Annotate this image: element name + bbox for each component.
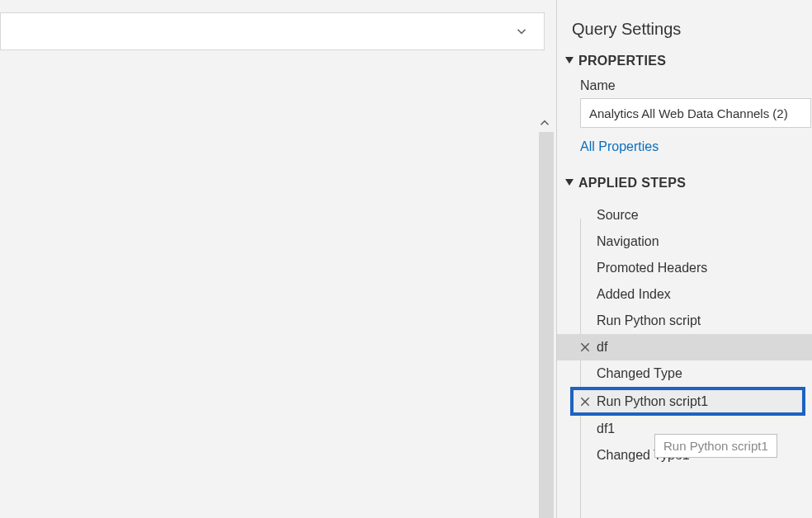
query-settings-panel: Query Settings PROPERTIES Name All Prope… (556, 0, 812, 518)
panel-title: Query Settings (557, 20, 812, 54)
scrollbar-track[interactable] (539, 132, 554, 518)
delete-step-icon[interactable] (578, 341, 592, 354)
step-source[interactable]: Source (557, 202, 812, 228)
applied-steps-list: Source Navigation Promoted Headers Added… (557, 197, 812, 469)
svg-marker-0 (565, 57, 574, 64)
applied-steps-section-title: APPLIED STEPS (578, 176, 686, 191)
step-tooltip: Run Python script1 (654, 434, 777, 458)
step-label: Changed Type (597, 366, 682, 381)
all-properties-link[interactable]: All Properties (557, 139, 812, 176)
applied-steps-section-header[interactable]: APPLIED STEPS (557, 176, 812, 197)
step-label: Navigation (597, 234, 659, 249)
step-label: Run Python script (597, 313, 701, 328)
step-label: Added Index (597, 287, 671, 302)
formula-dropdown[interactable] (0, 12, 545, 50)
step-navigation[interactable]: Navigation (557, 228, 812, 255)
step-run-python-script[interactable]: Run Python script (557, 308, 812, 334)
step-added-index[interactable]: Added Index (557, 281, 812, 308)
step-changed-type[interactable]: Changed Type (557, 360, 812, 387)
query-name-input[interactable] (580, 98, 811, 128)
chevron-down-icon (514, 24, 529, 39)
properties-section-header[interactable]: PROPERTIES (557, 54, 812, 75)
properties-section-title: PROPERTIES (578, 54, 666, 68)
delete-step-icon[interactable] (578, 395, 592, 408)
step-run-python-script1[interactable]: Run Python script1 (570, 387, 805, 416)
step-label: df1 (597, 421, 615, 436)
step-df[interactable]: df (557, 334, 812, 360)
scroll-up-icon[interactable] (537, 115, 552, 130)
step-promoted-headers[interactable]: Promoted Headers (557, 255, 812, 281)
collapse-caret-icon (565, 179, 574, 187)
name-field-label: Name (557, 75, 812, 98)
step-label: Run Python script1 (597, 394, 708, 409)
step-label: df (597, 340, 607, 355)
collapse-caret-icon (565, 57, 574, 65)
svg-marker-1 (565, 179, 574, 186)
main-content-pane (0, 0, 556, 518)
step-label: Source (597, 208, 639, 223)
step-label: Promoted Headers (597, 261, 707, 275)
